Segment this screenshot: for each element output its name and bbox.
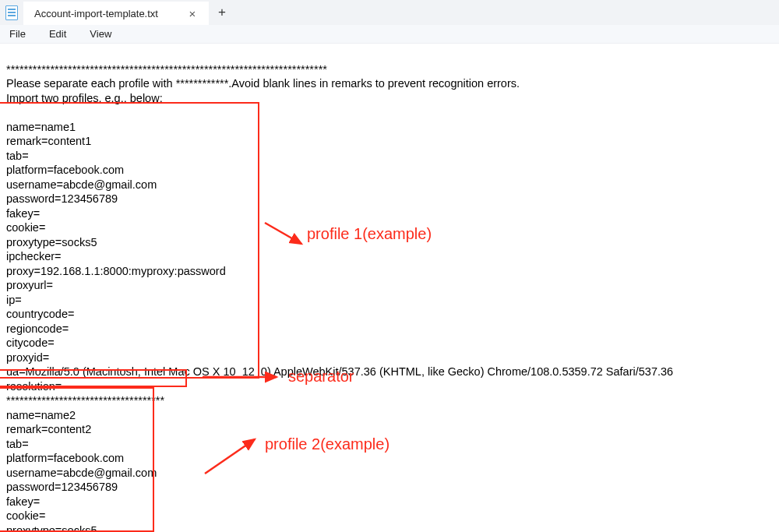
doc-line: cookie= [6, 509, 45, 522]
svg-line-2 [205, 439, 255, 474]
doc-line: remark=content2 [6, 423, 91, 435]
doc-line: tab= [6, 438, 29, 450]
doc-line: tab= [6, 150, 29, 162]
annotation-label-profile1: profile 1(example) [307, 227, 432, 241]
doc-line: name=name1 [6, 121, 76, 133]
menu-file[interactable]: File [9, 28, 26, 40]
doc-line: fakey= [6, 207, 40, 220]
doc-line: name=name2 [6, 409, 76, 421]
menu-bar: File Edit View [0, 25, 779, 44]
doc-line: proxytype=socks5 [6, 236, 97, 248]
doc-line: cookie= [6, 221, 45, 234]
doc-line: ua=Mozilla/5.0 (Macintosh; Intel Mac OS … [6, 365, 673, 378]
svg-line-0 [265, 223, 301, 244]
doc-line: username=abcde@gmail.com [6, 178, 157, 191]
doc-line: citycode= [6, 336, 55, 349]
doc-line: ipchecker= [6, 250, 62, 262]
doc-line: Import two profiles, e.g., below: [6, 92, 163, 104]
doc-line: proxytype=socks5 [6, 524, 97, 533]
doc-line: Please separate each profile with ******… [6, 77, 520, 90]
doc-line: countrycode= [6, 308, 74, 320]
title-bar: Account-import-template.txt × + [0, 0, 779, 25]
app-icon [0, 0, 23, 25]
arrow-icon [199, 433, 261, 480]
doc-line: ****************************************… [6, 63, 327, 76]
doc-line: proxyurl= [6, 279, 53, 291]
new-tab-button[interactable]: + [209, 0, 235, 25]
annotation-label-profile2: profile 2(example) [265, 437, 390, 452]
close-icon[interactable]: × [185, 7, 199, 20]
doc-line: platform=facebook.com [6, 452, 124, 464]
menu-edit[interactable]: Edit [49, 28, 66, 40]
doc-line: resolution= [6, 380, 62, 393]
doc-line: proxy=192.168.1.1:8000:myproxy:password [6, 265, 226, 277]
doc-line: remark=content1 [6, 135, 91, 147]
doc-line: password=123456789 [6, 481, 118, 493]
tab-title: Account-import-template.txt [34, 8, 158, 19]
menu-view[interactable]: View [90, 28, 111, 40]
arrow-icon [261, 219, 308, 250]
doc-line: proxyid= [6, 351, 49, 364]
doc-line: password=123456789 [6, 192, 118, 205]
file-tab[interactable]: Account-import-template.txt × [23, 2, 209, 25]
doc-line: ip= [6, 294, 22, 306]
document-content[interactable]: ****************************************… [0, 44, 779, 532]
doc-line: fakey= [6, 495, 40, 508]
doc-line: username=abcde@gmail.com [6, 467, 157, 479]
doc-line: ************************************ [6, 394, 164, 407]
doc-line: regioncode= [6, 322, 69, 335]
doc-line: platform=facebook.com [6, 164, 124, 176]
